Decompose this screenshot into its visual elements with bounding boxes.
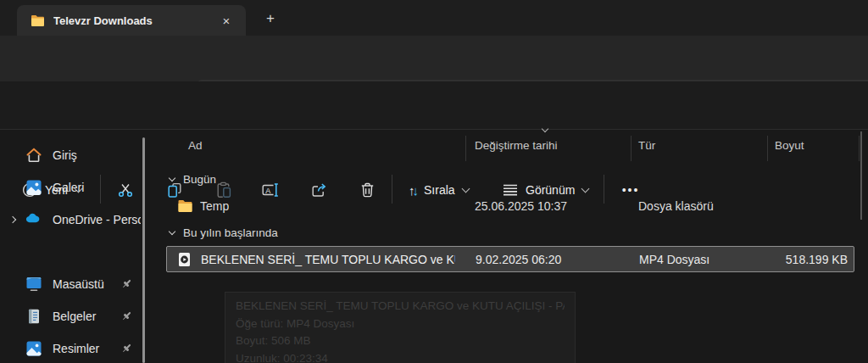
group-header-today[interactable]: Bugün xyxy=(166,169,216,189)
list-scrollbar[interactable] xyxy=(860,131,862,220)
file-type: Dosya klasörü xyxy=(638,193,714,219)
folder-icon xyxy=(31,14,45,27)
column-divider[interactable] xyxy=(767,136,768,161)
sidebar-item-label: Masaüstü xyxy=(53,277,104,291)
navigation-bar: ← → ↑ › Bu bilgisayar xyxy=(0,36,868,81)
sidebar-item-label: OneDrive - Perso xyxy=(53,213,141,226)
plus-icon: + xyxy=(266,10,275,27)
sidebar-scrollbar[interactable] xyxy=(142,137,145,363)
gallery-icon xyxy=(25,179,42,196)
file-modified: 25.06.2025 10:37 xyxy=(475,193,567,219)
home-icon xyxy=(25,147,42,164)
column-header-size[interactable]: Boyut xyxy=(775,139,804,152)
tooltip-length: Uzunluk: 00:23:34 xyxy=(236,350,565,363)
column-header-type[interactable]: Tür xyxy=(638,139,655,152)
folder-icon xyxy=(177,193,193,219)
onedrive-icon xyxy=(25,211,42,228)
column-header-modified[interactable]: Değiştirme tarihi xyxy=(475,139,558,152)
sidebar-item-label: Galeri xyxy=(53,181,84,194)
desktop-icon xyxy=(25,276,42,293)
group-label: Bugün xyxy=(183,173,216,186)
video-file-icon xyxy=(178,247,191,271)
sidebar-item-home[interactable]: Giriş xyxy=(7,142,141,168)
group-label: Bu yılın başlarında xyxy=(183,226,278,239)
file-row-selected[interactable]: BEKLENEN SERİ_ TEMU TOPLU KARGO ve KUTU … xyxy=(166,246,854,272)
column-header-name[interactable]: Ad xyxy=(188,139,203,152)
tab-bar: Televzr Downloads × + xyxy=(0,0,868,36)
file-name: BEKLENEN SERİ_ TEMU TOPLU KARGO ve KUTU … xyxy=(201,247,455,271)
file-tooltip: BEKLENEN SERİ_ TEMU TOPLU KARGO ve KUTU … xyxy=(225,292,576,363)
documents-icon xyxy=(25,308,42,325)
pin-icon xyxy=(120,310,134,323)
sidebar-item-label: Resimler xyxy=(53,342,99,355)
tooltip-size: Boyut: 506 MB xyxy=(236,332,565,350)
pictures-icon xyxy=(25,340,42,357)
sidebar-item-gallery[interactable]: Galeri xyxy=(7,175,141,200)
tooltip-type: Öğe türü: MP4 Dosyası xyxy=(236,316,565,333)
column-divider[interactable] xyxy=(631,136,632,161)
command-bar: Yeni xyxy=(0,81,868,130)
file-modified: 9.02.2025 06:20 xyxy=(476,247,561,271)
pin-icon xyxy=(120,342,134,355)
new-tab-button[interactable]: + xyxy=(258,8,283,30)
group-header-earlier-this-year[interactable]: Bu yılın başlarında xyxy=(166,222,278,243)
close-icon[interactable]: × xyxy=(215,10,237,31)
pin-icon xyxy=(120,277,134,291)
tooltip-title: BEKLENEN SERİ_ TEMU TOPLU KARGO ve KUTU … xyxy=(236,298,565,316)
file-name: Temp xyxy=(200,193,229,219)
column-divider[interactable] xyxy=(465,136,466,161)
chevron-down-icon xyxy=(461,184,470,193)
chevron-down-icon xyxy=(169,227,175,234)
file-row-temp[interactable]: Temp 25.06.2025 10:37 Dosya klasörü xyxy=(166,193,854,219)
sidebar-item-label: Belgeler xyxy=(53,310,96,323)
file-explorer-window: Televzr Downloads × + ← → ↑ xyxy=(0,0,868,363)
chevron-down-icon xyxy=(169,174,175,181)
file-type: MP4 Dosyası xyxy=(639,247,709,271)
tab-title: Televzr Downloads xyxy=(53,14,215,27)
chevron-down-icon xyxy=(581,184,590,193)
file-size: 518.199 KB xyxy=(786,247,848,271)
column-divider[interactable] xyxy=(859,136,860,161)
sidebar-item-onedrive[interactable]: OneDrive - Perso xyxy=(7,207,141,232)
sidebar-item-label: Giriş xyxy=(53,148,77,162)
tab-televzr-downloads[interactable]: Televzr Downloads × xyxy=(17,5,246,36)
